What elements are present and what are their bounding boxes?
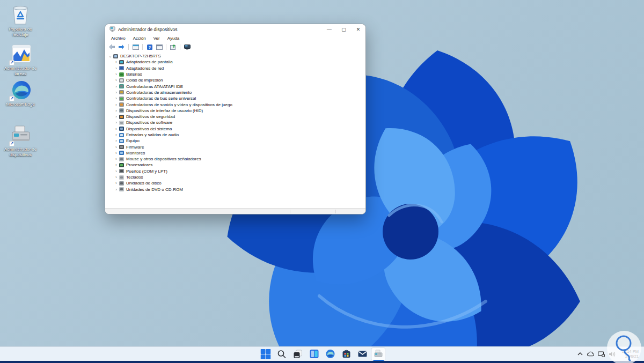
tree-item-firmware[interactable]: › Firmware	[107, 144, 365, 150]
tree-item-batteries[interactable]: › Baterías	[107, 71, 365, 77]
tree-item-mice[interactable]: › Mouse y otros dispositivos señaladores	[107, 156, 365, 162]
device-manager-window: Administrador de dispositivos — ▢ ✕ Arch…	[105, 24, 366, 214]
printer-icon	[119, 78, 124, 83]
minimize-button[interactable]: —	[322, 24, 336, 34]
chevron-right-icon[interactable]: ›	[113, 144, 119, 150]
screenshot-bottom-border	[0, 361, 644, 363]
menu-item-menu-ayuda[interactable]: Ayuda	[164, 34, 184, 42]
chevron-right-icon[interactable]: ›	[113, 126, 119, 132]
chevron-right-icon[interactable]: ›	[113, 168, 119, 174]
computer-icon	[119, 139, 124, 143]
chevron-right-icon[interactable]: ›	[113, 90, 119, 95]
chevron-right-icon[interactable]: ›	[113, 132, 119, 138]
recycle-bin-icon	[9, 3, 32, 26]
desktop-icon-microsoft-edge[interactable]: ↗ Microsoft Edge	[1, 80, 40, 107]
back-icon[interactable]	[108, 43, 116, 50]
chevron-right-icon[interactable]: ›	[113, 102, 119, 108]
properties-window-icon[interactable]	[155, 43, 163, 50]
tree-item-keyboards[interactable]: › Teclados	[107, 174, 365, 180]
chevron-right-icon[interactable]: ›	[113, 150, 119, 156]
chevron-right-icon[interactable]: ›	[113, 187, 119, 192]
tree-item-label: Dispositivos de software	[126, 120, 172, 125]
chevron-right-icon[interactable]: ›	[113, 95, 119, 101]
edge-button[interactable]	[323, 347, 338, 361]
chevron-right-icon[interactable]: ›	[113, 71, 119, 77]
tree-item-label: Monitores	[126, 151, 145, 155]
taskbar: 11:14 PM 29/6/21	[0, 346, 644, 361]
tree-item-software-devices[interactable]: › Dispositivos de software	[107, 120, 365, 125]
tree-item-usb-controllers[interactable]: › Controladoras de bus serie universal	[107, 95, 365, 101]
storage-controller-icon	[119, 90, 124, 94]
tree-item-security-devices[interactable]: › Dispositivos de seguridad	[107, 114, 365, 120]
scan-hardware-changes-icon[interactable]	[169, 43, 177, 50]
store-button[interactable]	[339, 347, 354, 361]
menu-item-menu-accion[interactable]: Acción	[129, 34, 150, 42]
toolbar-separator	[128, 44, 129, 50]
widgets-button[interactable]	[307, 347, 321, 361]
tree-item-print-queues[interactable]: › Colas de impresión	[107, 77, 365, 83]
chevron-right-icon[interactable]: ›	[113, 84, 119, 90]
tray-chevron-up-icon[interactable]	[576, 351, 583, 358]
tree-item-monitors[interactable]: › Monitores	[107, 150, 365, 156]
chevron-right-icon[interactable]: ›	[113, 114, 119, 120]
onedrive-cloud-icon[interactable]	[587, 351, 594, 358]
shortcut-arrow-icon: ↗	[9, 60, 14, 65]
tree-root-label: DESKTOP-72H5RTS	[120, 54, 161, 58]
task-view-button[interactable]	[291, 347, 305, 361]
ide-controller-icon	[119, 84, 124, 88]
tree-item-display-adapters[interactable]: › Adaptadores de pantalla	[107, 59, 365, 65]
forward-icon[interactable]	[118, 43, 126, 50]
chevron-right-icon[interactable]: ›	[113, 65, 119, 71]
network-display-icon[interactable]	[598, 351, 605, 358]
toolbar-separator	[180, 44, 180, 50]
tree-item-sound-video-game[interactable]: › Controladoras de sonido y vídeo y disp…	[107, 101, 365, 107]
tree-item-storage-controllers[interactable]: › Controladoras de almacenamiento	[107, 90, 365, 95]
taskbar-clock[interactable]: 11:14 PM 29/6/21	[619, 349, 639, 359]
tree-item-disk-drives[interactable]: › Unidades de disco	[107, 180, 365, 186]
menu-item-menu-archivo[interactable]: Archivo	[107, 34, 129, 42]
chevron-right-icon[interactable]: ›	[113, 174, 119, 180]
tree-item-audio-endpoints[interactable]: › Entradas y salidas de audio	[107, 132, 365, 138]
tree-item-hid-devices[interactable]: › Dispositivos de interfaz de usuario (H…	[107, 108, 365, 114]
chevron-right-icon[interactable]: ›	[113, 108, 119, 114]
tree-item-ata-controllers[interactable]: › Controladoras ATA/ATAPI IDE	[107, 83, 365, 89]
mail-icon	[357, 349, 367, 359]
speaker-icon[interactable]	[609, 351, 616, 358]
system-board-icon	[119, 127, 124, 131]
usb-plug-icon	[119, 97, 124, 101]
tree-item-network-adapters[interactable]: › Adaptadores de red	[107, 65, 365, 71]
close-button[interactable]: ✕	[351, 24, 365, 34]
statusbar-divider	[335, 210, 336, 213]
tree-item-system-devices[interactable]: › Dispositivos del sistema	[107, 126, 365, 132]
help-icon[interactable]: ?	[145, 43, 153, 50]
tree-root-computer[interactable]: ⌄ DESKTOP-72H5RTS	[107, 53, 365, 59]
device-manager-taskbar-button[interactable]	[371, 347, 386, 361]
window-titlebar[interactable]: Administrador de dispositivos — ▢ ✕	[105, 24, 365, 34]
desktop-icon-label: Papelera de reciclaje	[1, 27, 40, 37]
desktop-icon-recycle-bin[interactable]: Papelera de reciclaje	[1, 3, 40, 37]
chevron-right-icon[interactable]: ›	[113, 156, 119, 162]
tree-item-dvd-drives[interactable]: › Unidades de DVD o CD-ROM	[107, 187, 365, 192]
chevron-right-icon[interactable]: ›	[113, 59, 119, 65]
computer-management-icon[interactable]	[183, 43, 191, 50]
maximize-button[interactable]: ▢	[336, 24, 351, 34]
mail-button[interactable]	[355, 347, 370, 361]
show-console-tree-icon[interactable]	[131, 43, 140, 50]
serial-port-icon	[119, 169, 124, 173]
tree-item-ports[interactable]: › Puertos (COM y LPT)	[107, 168, 365, 174]
desktop-icon-device-manager[interactable]: ↗ Administrador de dispositivos	[1, 124, 40, 157]
chevron-right-icon[interactable]: ›	[113, 162, 119, 168]
menu-item-menu-ver[interactable]: Ver	[150, 34, 164, 42]
chevron-right-icon[interactable]: ›	[113, 138, 119, 144]
chevron-right-icon[interactable]: ›	[113, 77, 119, 83]
speaker-icon	[119, 102, 124, 107]
tree-item-computer[interactable]: › Equipo	[107, 138, 365, 144]
desktop-icon-task-manager[interactable]: ↗ Administrador de tareas	[1, 43, 40, 76]
chevron-right-icon[interactable]: ›	[113, 180, 119, 186]
tree-item-processors[interactable]: › Procesadores	[107, 162, 365, 168]
tree-item-label: Firmware	[126, 145, 144, 150]
start-button[interactable]	[259, 347, 273, 361]
search-button[interactable]	[275, 347, 289, 361]
chevron-down-icon[interactable]: ⌄	[107, 53, 113, 59]
chevron-right-icon[interactable]: ›	[113, 120, 119, 125]
